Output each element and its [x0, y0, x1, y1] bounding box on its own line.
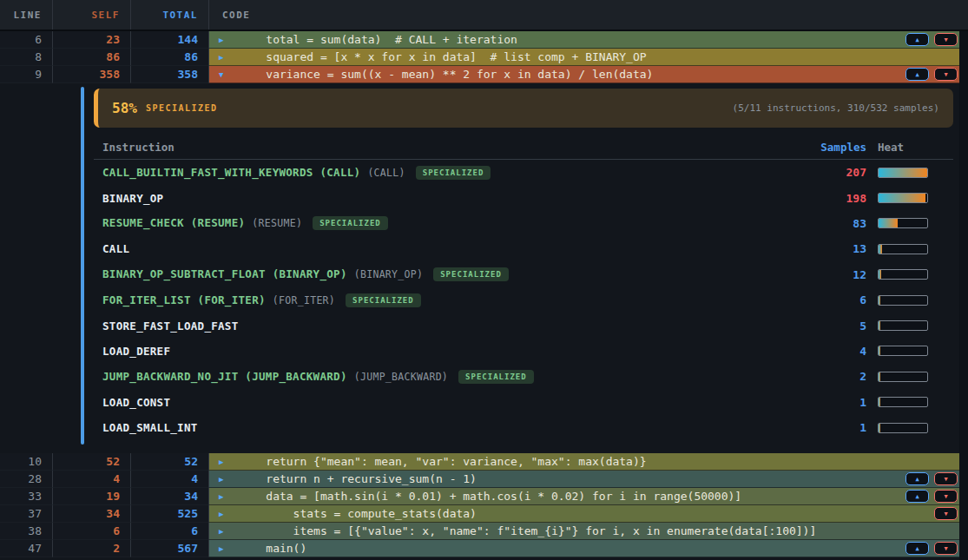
scrollbar-track[interactable] — [959, 31, 968, 560]
jump-up-button[interactable]: ▲ — [905, 490, 929, 503]
code-cell: ▶ main()▲▼ — [209, 540, 959, 557]
source-code: variance = sum((x - mean) ** 2 for x in … — [239, 68, 653, 81]
collapse-arrow-icon[interactable]: ▼ — [209, 70, 239, 79]
heat-cell — [866, 372, 953, 382]
heat-bar-track — [878, 295, 928, 306]
line-number: 38 — [0, 523, 53, 540]
specialized-percent: 58% — [112, 100, 137, 116]
source-code: total = sum(data) # CALL + iteration — [239, 33, 517, 46]
jump-up-button[interactable]: ▲ — [905, 68, 929, 81]
total-samples: 4 — [131, 471, 209, 488]
jump-down-button[interactable]: ▼ — [934, 68, 958, 81]
instruction-name-cell: LOAD_DEREF — [102, 345, 806, 358]
code-rows-bottom: 105252▶ return {"mean": mean, "var": var… — [0, 453, 968, 557]
instruction-row: LOAD_CONST1 — [94, 390, 953, 415]
jump-down-button[interactable]: ▼ — [934, 507, 958, 520]
code-line-row: 623144▶ total = sum(data) # CALL + itera… — [0, 31, 968, 49]
heat-bar-fill — [879, 424, 880, 432]
source-code: return {"mean": mean, "var": variance, "… — [239, 455, 647, 468]
heat-bar-fill — [879, 270, 881, 279]
instruction-name: RESUME_CHECK (RESUME) — [102, 216, 245, 229]
instruction-row: LOAD_SMALL_INT1 — [94, 415, 953, 440]
instruction-row: BINARY_OP198 — [94, 185, 953, 210]
heat-cell — [866, 346, 953, 356]
heat-bar-fill — [879, 321, 880, 330]
line-number: 37 — [0, 505, 53, 523]
expand-arrow-icon[interactable]: ▶ — [209, 544, 239, 553]
instruction-name: LOAD_DEREF — [102, 345, 170, 358]
instruction-samples: 1 — [806, 396, 866, 409]
jump-up-button[interactable]: ▲ — [905, 33, 929, 46]
code-line-row: 3734525▶ stats = compute_stats(data)▼ — [0, 505, 968, 523]
heat-cell — [866, 193, 953, 203]
code-cell: ▶ items = [{"value": x, "name": f"item_{… — [209, 523, 959, 540]
code-line-row: 2844▶ return n + recursive_sum(n - 1)▲▼ — [0, 471, 968, 488]
column-header-code: CODE — [209, 0, 968, 30]
jump-down-button[interactable]: ▼ — [934, 472, 958, 485]
total-samples: 6 — [131, 523, 209, 540]
self-samples: 4 — [53, 471, 131, 488]
code-line-row: 88686▶ squared = [x * x for x in data] #… — [0, 49, 968, 66]
jump-down-button[interactable]: ▼ — [934, 490, 958, 503]
specialized-badge: SPECIALIZED — [313, 216, 388, 230]
code-cell: ▶ return n + recursive_sum(n - 1)▲▼ — [209, 471, 959, 488]
instruction-name-cell: LOAD_SMALL_INT — [102, 421, 806, 434]
instruction-samples: 2 — [806, 370, 866, 383]
heat-cell — [866, 218, 953, 228]
code-cell: ▶ stats = compute_stats(data)▼ — [209, 505, 959, 523]
source-code: squared = [x * x for x in data] # list c… — [239, 50, 647, 63]
heat-bar-track — [878, 346, 928, 356]
heat-bar-track — [878, 423, 928, 433]
heat-cell — [866, 320, 953, 331]
expand-arrow-icon[interactable]: ▶ — [209, 527, 239, 536]
expand-arrow-icon[interactable]: ▶ — [209, 36, 239, 44]
total-samples: 144 — [131, 31, 209, 49]
self-samples: 358 — [53, 66, 131, 83]
jump-down-button[interactable]: ▼ — [934, 542, 958, 555]
heat-bar-track — [878, 269, 928, 280]
specialized-label: SPECIALIZED — [146, 103, 218, 113]
code-line-row: 9358358▼ variance = sum((x - mean) ** 2 … — [0, 66, 968, 83]
self-samples: 6 — [53, 523, 131, 540]
jump-up-button[interactable]: ▲ — [905, 542, 929, 555]
instruction-row: CALL13 — [94, 236, 953, 261]
expand-arrow-icon[interactable]: ▶ — [209, 475, 239, 484]
instruction-name: CALL — [102, 242, 129, 255]
jump-down-button[interactable]: ▼ — [934, 33, 958, 46]
code-rows-top: 623144▶ total = sum(data) # CALL + itera… — [0, 31, 968, 83]
jump-up-button[interactable]: ▲ — [905, 472, 929, 485]
instruction-samples: 12 — [806, 268, 866, 281]
heat-cell — [866, 423, 953, 433]
instruction-row: FOR_ITER_LIST (FOR_ITER)(FOR_ITER)SPECIA… — [94, 287, 953, 313]
column-header-line: LINE — [0, 0, 53, 30]
heat-bar-fill — [879, 296, 880, 305]
line-number: 47 — [0, 540, 53, 557]
expand-arrow-icon[interactable]: ▶ — [209, 53, 239, 62]
instruction-name-cell: BINARY_OP — [102, 192, 806, 205]
instruction-name-cell: FOR_ITER_LIST (FOR_ITER)(FOR_ITER)SPECIA… — [102, 293, 806, 307]
expand-arrow-icon[interactable]: ▶ — [209, 510, 239, 518]
sample-counts: (5/11 instructions, 310/532 samples) — [733, 102, 939, 114]
instruction-name-cell: STORE_FAST_LOAD_FAST — [102, 320, 806, 333]
instruction-base-form: (FOR_ITER) — [273, 294, 335, 306]
self-samples: 19 — [53, 488, 131, 505]
line-number: 9 — [0, 66, 53, 83]
heat-cell — [866, 168, 953, 178]
expand-arrow-icon[interactable]: ▶ — [209, 492, 239, 501]
instruction-name-cell: RESUME_CHECK (RESUME)(RESUME)SPECIALIZED — [102, 216, 806, 230]
total-samples: 525 — [131, 505, 209, 523]
self-samples: 52 — [53, 453, 131, 471]
heat-bar-track — [878, 244, 928, 254]
heat-bar-track — [878, 372, 928, 382]
source-code: data = [math.sin(i * 0.01) + math.cos(i … — [239, 490, 741, 503]
total-samples: 34 — [131, 488, 209, 505]
line-number: 33 — [0, 488, 53, 505]
instruction-samples: 198 — [806, 192, 866, 205]
specialized-badge: SPECIALIZED — [416, 166, 491, 180]
profiler-window: LINE SELF TOTAL CODE 623144▶ total = sum… — [0, 0, 968, 560]
total-samples: 52 — [131, 453, 209, 471]
instruction-samples: 1 — [806, 421, 866, 434]
instruction-name: JUMP_BACKWARD_NO_JIT (JUMP_BACKWARD) — [102, 370, 347, 383]
expand-arrow-icon[interactable]: ▶ — [209, 458, 239, 466]
heat-bar-fill — [879, 168, 927, 177]
